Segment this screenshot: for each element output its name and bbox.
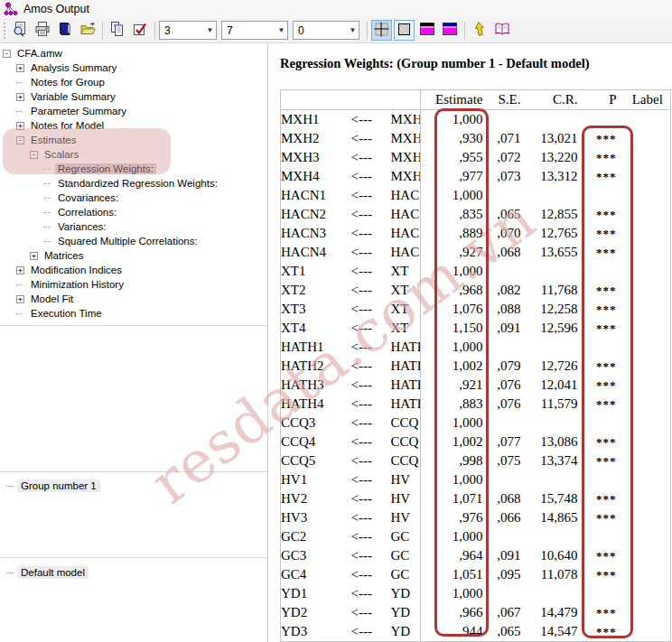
field-width-combo[interactable]: 7 ▼	[221, 21, 288, 40]
table-style-blue-button[interactable]	[439, 20, 461, 42]
se-cell: ,082	[490, 281, 524, 300]
tree-expander[interactable]: -	[3, 50, 11, 58]
tree-item-label: Estimates	[28, 135, 79, 145]
tree-expander[interactable]	[43, 183, 51, 184]
se-cell	[490, 186, 524, 205]
tree-expander[interactable]: +	[30, 252, 38, 260]
table-row: HATH1 <--- HATH 1,000	[281, 338, 671, 357]
indicator-cell: XT4	[281, 319, 351, 338]
label-cell	[625, 395, 671, 414]
tree-item[interactable]: Minimization History	[0, 277, 267, 292]
tree-item[interactable]: + Matrices	[0, 248, 267, 263]
tree-item-label: Analysis Summary	[28, 62, 119, 73]
factor-cell: CCQ	[391, 414, 421, 433]
indicator-cell: HACN3	[281, 224, 351, 243]
tree-item-label: Execution Time	[28, 308, 105, 319]
table-row: MXH2 <--- MXH ,930 ,071 13,021 ***	[281, 129, 671, 148]
cr-cell: 14,479	[524, 603, 580, 622]
estimate-cell: ,889	[421, 224, 490, 243]
tree-expander[interactable]: +	[16, 295, 24, 303]
cr-cell: 12,596	[524, 319, 580, 338]
tree-item[interactable]: + Analysis Summary	[0, 60, 267, 75]
tree-item[interactable]: Execution Time	[0, 306, 267, 321]
tree-expander[interactable]: +	[16, 93, 24, 101]
tree-expander[interactable]	[43, 212, 51, 213]
print-preview-button[interactable]	[9, 20, 31, 42]
tree-expander[interactable]	[43, 198, 51, 199]
indicator-cell: HATH1	[281, 338, 351, 357]
chevron-down-icon[interactable]: ▼	[204, 26, 216, 34]
se-cell: ,091	[490, 319, 524, 338]
tree-item[interactable]: Squared Multiple Correlations:	[0, 234, 267, 248]
tree-expander[interactable]	[43, 241, 51, 242]
indicator-cell: YD1	[281, 584, 351, 603]
model-item[interactable]: Default model	[6, 566, 267, 579]
p-cell: ***	[580, 357, 625, 376]
tree-expander[interactable]	[16, 82, 23, 83]
tree-expander[interactable]: +	[16, 64, 24, 72]
go-up-button[interactable]	[469, 20, 490, 42]
arrow-cell: <---	[351, 395, 391, 414]
tree-item[interactable]: + Modification Indices	[0, 263, 267, 277]
indicator-cell: MXH1	[281, 110, 351, 130]
show-grid-toggle[interactable]	[371, 20, 392, 41]
cr-cell: 13,312	[524, 167, 580, 186]
rounding-combo[interactable]: 0 ▼	[293, 21, 359, 40]
tree-expander[interactable]: -	[30, 151, 38, 159]
indicator-cell: HATH4	[281, 395, 351, 414]
toolbar-separator	[102, 22, 103, 40]
tree-item[interactable]: Standardized Regression Weights:	[0, 176, 267, 191]
factor-cell: MXH	[391, 167, 421, 186]
arrow-cell: <---	[351, 262, 391, 281]
tree-item[interactable]: Correlations:	[0, 205, 267, 219]
tree-expander[interactable]	[16, 313, 23, 314]
tree-expander[interactable]	[43, 169, 51, 170]
indicator-cell: CCQ5	[281, 451, 351, 470]
notes-book-button[interactable]	[491, 20, 513, 42]
chevron-down-icon[interactable]: ▼	[347, 26, 359, 34]
help-book-button[interactable]	[54, 20, 76, 42]
p-cell: ***	[580, 167, 625, 186]
plain-view-toggle[interactable]	[394, 20, 415, 41]
tree-item[interactable]: Variances:	[0, 219, 267, 234]
tree-item[interactable]: + Model Fit	[0, 292, 267, 306]
indicator-cell: HV2	[281, 489, 351, 508]
toolbar-grip[interactable]	[3, 22, 6, 40]
tree-item[interactable]: + Variable Summary	[0, 89, 267, 104]
options-check-button[interactable]	[129, 20, 151, 42]
tree-item[interactable]: Covariances:	[0, 191, 267, 205]
tree-item-label: Regression Weights:	[55, 163, 156, 174]
print-button[interactable]	[32, 20, 53, 42]
tree-expander[interactable]: +	[16, 122, 24, 130]
tree-expander[interactable]: -	[16, 136, 24, 144]
estimate-cell: ,921	[421, 376, 490, 395]
tree-item[interactable]: Notes for Group	[0, 75, 267, 89]
cr-cell	[524, 110, 580, 130]
tree-item[interactable]: - Scalars	[0, 147, 267, 162]
arrow-cell: <---	[351, 224, 391, 243]
p-cell: ***	[580, 565, 625, 584]
tree-item[interactable]: - CFA.amw	[0, 46, 267, 60]
decimals-combo[interactable]: 3 ▼	[159, 21, 217, 40]
se-cell: ,067	[490, 603, 524, 622]
tree-item[interactable]: + Notes for Model	[0, 118, 267, 133]
magenta-table-black-icon	[419, 21, 435, 40]
copy-button[interactable]	[107, 20, 128, 42]
tree-expander[interactable]	[16, 111, 23, 112]
tree-item[interactable]: Regression Weights:	[0, 162, 267, 176]
group-item[interactable]: Group number 1	[6, 479, 267, 492]
open-folder-button[interactable]	[77, 20, 98, 42]
tree-expander[interactable]: +	[16, 266, 24, 274]
tree-item-label: Covariances:	[55, 192, 121, 203]
se-cell: ,066	[490, 508, 524, 527]
tree-expander[interactable]	[43, 227, 51, 228]
p-header: P	[580, 90, 625, 110]
tree-item[interactable]: Parameter Summary	[0, 104, 267, 118]
tree-item-label: Variances:	[55, 221, 108, 232]
label-cell	[625, 508, 671, 527]
tree-item[interactable]: - Estimates	[0, 133, 267, 147]
table-style-black-button[interactable]	[416, 20, 438, 42]
label-cell	[625, 489, 671, 508]
chevron-down-icon[interactable]: ▼	[275, 26, 287, 34]
tree-expander[interactable]	[16, 284, 23, 285]
